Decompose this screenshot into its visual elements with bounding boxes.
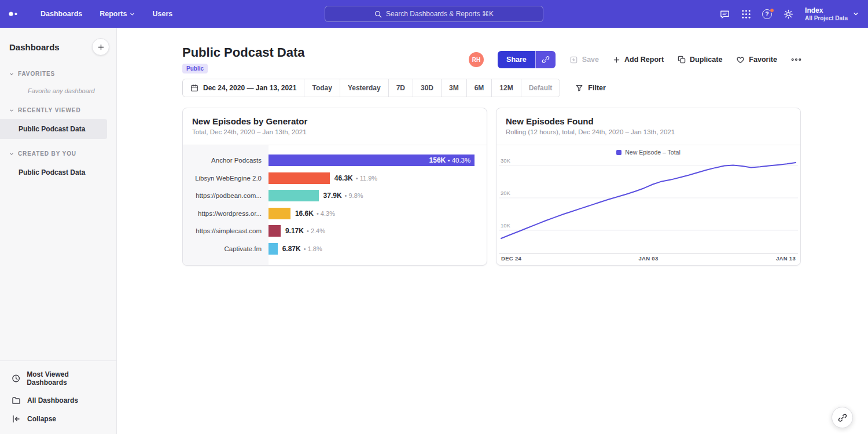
date-preset-3m[interactable]: 3M [441, 79, 466, 97]
sidebar-section-favorites[interactable]: FAVORITES [0, 67, 116, 80]
section-label: CREATED BY YOU [18, 150, 76, 157]
more-options-button[interactable] [791, 58, 801, 61]
y-axis-label: 20K [501, 190, 510, 196]
y-axis-label: 30K [501, 157, 510, 164]
date-preset-today[interactable]: Today [304, 79, 339, 97]
card-subtitle: Rolling (12 hours), total, Dec 24th, 202… [506, 128, 791, 135]
bar-segment[interactable]: 156K • 40.3% [269, 155, 475, 166]
bar-row: https://podbean.com...37.9K• 9.8% [183, 187, 487, 205]
card-subtitle: Total, Dec 24th, 2020 – Jan 13th, 2021 [192, 128, 477, 135]
chevron-down-icon [130, 12, 135, 17]
sidebar: Dashboards FAVORITES Favorite any dashbo… [0, 28, 117, 434]
x-axis-label: JAN 13 [776, 255, 796, 262]
save-icon [569, 56, 578, 64]
legend-swatch-icon [616, 150, 621, 155]
bar-value-label: 37.9K• 9.8% [323, 192, 363, 200]
x-axis-label: JAN 03 [638, 255, 658, 262]
date-preset-12m[interactable]: 12M [491, 79, 520, 97]
favorites-empty-text: Favorite any dashboard [0, 80, 116, 95]
date-controls: Dec 24, 2020 — Jan 13, 2021 TodayYesterd… [182, 79, 801, 97]
sidebar-item-public-podcast-data[interactable]: Public Podcast Data [0, 163, 107, 182]
share-split-button: Share [498, 51, 556, 68]
collapse-icon [12, 414, 21, 424]
notification-badge [770, 8, 774, 13]
bar-segment[interactable] [269, 172, 330, 184]
date-segmented-control: Dec 24, 2020 — Jan 13, 2021 TodayYesterd… [182, 79, 560, 97]
chevron-down-icon [9, 152, 14, 156]
settings-gear-icon[interactable] [783, 9, 794, 20]
nav-reports[interactable]: Reports [100, 10, 135, 18]
nav-utilities: ? Index All Project Data [719, 6, 868, 21]
filter-label: Filter [588, 84, 606, 92]
share-link-fab[interactable] [832, 407, 853, 428]
section-label: RECENTLY VIEWED [18, 107, 81, 113]
most-viewed-dashboards-button[interactable]: Most Viewed Dashboards [0, 366, 116, 391]
avatar[interactable]: RH [469, 52, 484, 67]
messages-icon[interactable] [719, 9, 730, 20]
bar-value-label: 16.6K• 4.3% [295, 209, 335, 218]
nav-users-label: Users [152, 10, 172, 18]
bar-chart-card: New Episodes by Generator Total, Dec 24t… [182, 108, 487, 266]
mixpanel-logo-icon[interactable] [8, 10, 30, 17]
chart-legend: New Episode – Total [496, 149, 800, 156]
app-root: Dashboards Reports Users Search Dashboar… [0, 0, 868, 434]
card-title: New Episodes by Generator [192, 116, 477, 126]
bar-value-label: 46.3K• 11.9% [334, 174, 377, 182]
date-preset-6m[interactable]: 6M [466, 79, 492, 97]
nav-users[interactable]: Users [152, 10, 172, 18]
duplicate-button[interactable]: Duplicate [678, 56, 722, 64]
nav-reports-label: Reports [100, 10, 127, 18]
sidebar-item-public-podcast-data[interactable]: Public Podcast Data [0, 119, 107, 139]
dashboard-actions: RH Share Save Add Report Dupl [469, 51, 801, 68]
copy-share-link-button[interactable] [535, 51, 556, 68]
share-button[interactable]: Share [498, 51, 535, 68]
bar-segment[interactable] [269, 243, 278, 255]
chevron-down-icon [9, 72, 14, 76]
plus-icon [613, 56, 620, 64]
save-button[interactable]: Save [569, 56, 599, 64]
chevron-down-icon [9, 108, 14, 113]
top-nav: Dashboards Reports Users Search Dashboar… [0, 0, 868, 28]
apps-grid-icon[interactable] [741, 9, 751, 19]
add-report-button[interactable]: Add Report [613, 56, 664, 64]
sidebar-section-recently-viewed[interactable]: RECENTLY VIEWED [0, 104, 116, 117]
global-search-input[interactable]: Search Dashboards & Reports ⌘K [325, 6, 543, 22]
bar-chart-rows: Anchor Podcasts156K • 40.3%Libsyn WebEng… [183, 145, 487, 265]
card-title: New Episodes Found [506, 116, 791, 126]
bar-category-label: https://wordpress.or... [183, 210, 269, 217]
help-icon[interactable]: ? [762, 9, 772, 19]
date-preset-yesterday[interactable]: Yesterday [340, 79, 388, 97]
create-dashboard-button[interactable] [92, 38, 109, 56]
bar-category-label: https://podbean.com... [183, 192, 269, 199]
link-icon [838, 413, 847, 422]
chevron-down-icon [853, 11, 859, 17]
nav-dashboards-label: Dashboards [41, 10, 82, 18]
sidebar-title: Dashboards [9, 42, 60, 52]
bar-segment[interactable] [269, 208, 290, 219]
sidebar-section-created-by-you[interactable]: CREATED BY YOU [0, 147, 116, 160]
collapse-sidebar-button[interactable]: Collapse [0, 410, 116, 428]
bar-category-label: Captivate.fm [183, 245, 269, 252]
project-switcher[interactable]: Index All Project Data [805, 6, 859, 21]
date-preset-30d[interactable]: 30D [413, 79, 441, 97]
bar-segment[interactable] [269, 225, 281, 237]
sidebar-footer: Most Viewed Dashboards All Dashboards Co… [0, 361, 116, 434]
all-dashboards-button[interactable]: All Dashboards [0, 391, 116, 410]
favorite-button[interactable]: Favorite [736, 56, 777, 64]
bar-segment[interactable] [269, 190, 319, 201]
x-axis-label: DEC 24 [501, 255, 521, 262]
bar-row: Captivate.fm6.87K• 1.8% [183, 240, 487, 258]
bar-category-label: Anchor Podcasts [183, 157, 269, 164]
bar-row: https://wordpress.or...16.6K• 4.3% [183, 205, 487, 223]
section-label: FAVORITES [18, 71, 55, 77]
date-preset-7d[interactable]: 7D [388, 79, 413, 97]
project-name: Index [805, 6, 848, 15]
nav-dashboards[interactable]: Dashboards [41, 10, 82, 18]
duplicate-label: Duplicate [690, 56, 722, 64]
clock-icon [12, 374, 20, 383]
title-block: Public Podcast Data Public [182, 45, 305, 73]
folder-icon [12, 396, 21, 405]
date-preset-default[interactable]: Default [521, 79, 560, 97]
filter-button[interactable]: Filter [575, 84, 606, 92]
date-range-picker[interactable]: Dec 24, 2020 — Jan 13, 2021 [183, 79, 304, 97]
